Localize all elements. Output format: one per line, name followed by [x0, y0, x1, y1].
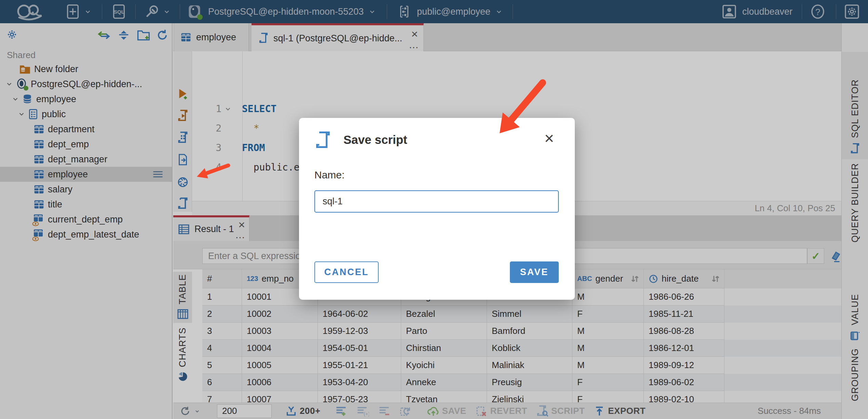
name-field-label: Name:: [314, 169, 344, 181]
save-script-dialog: Save script × Name: CANCEL SAVE: [299, 118, 575, 300]
script-name-input[interactable]: [314, 190, 559, 213]
cancel-button[interactable]: CANCEL: [314, 261, 379, 283]
save-button[interactable]: SAVE: [510, 261, 559, 283]
close-dialog-icon[interactable]: ×: [544, 130, 554, 147]
save-script-icon: [314, 131, 331, 150]
dialog-title: Save script: [343, 133, 407, 147]
cloudbeaver-app: SQL PostgreSQL@ep-hidden-moon-552: [0, 0, 868, 419]
